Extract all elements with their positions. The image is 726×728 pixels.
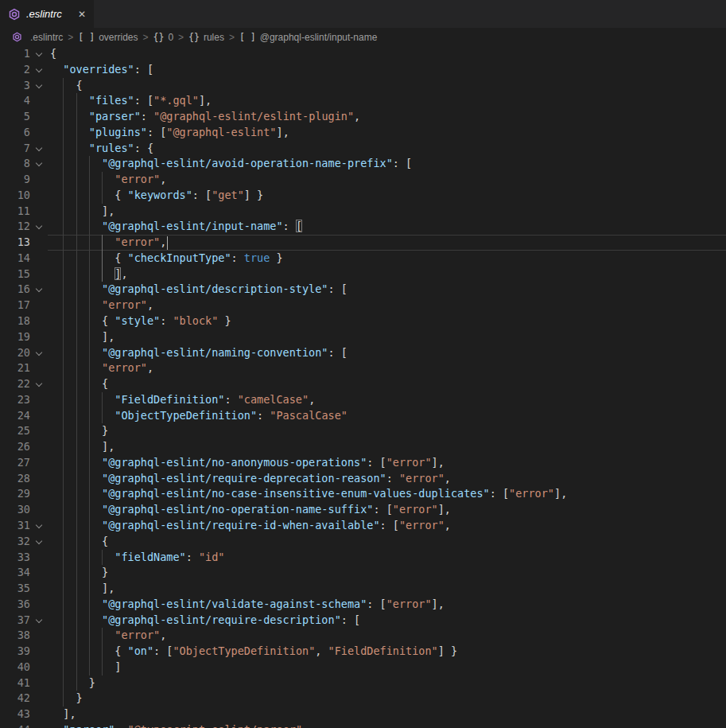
code-editor[interactable]: 1{2 "overrides": [3 {4 "files": ["*.gql"… <box>0 46 726 728</box>
code-line-19[interactable]: 19 ], <box>0 329 726 345</box>
line-number: 43 <box>0 707 30 722</box>
code-line-4[interactable]: 4 "files": ["*.gql"], <box>0 93 726 109</box>
line-number: 21 <box>0 360 30 376</box>
line-number: 16 <box>0 282 30 298</box>
code-line-34[interactable]: 34 } <box>0 565 726 581</box>
code-line-3[interactable]: 3 { <box>0 78 726 94</box>
breadcrumb-item-rules[interactable]: {}rules <box>188 32 224 43</box>
code-line-37[interactable]: 37 "@graphql-eslint/require-description"… <box>0 613 726 629</box>
line-number: 9 <box>0 172 30 188</box>
line-number: 31 <box>0 518 30 534</box>
code-line-36[interactable]: 36 "@graphql-eslint/validate-against-sch… <box>0 597 726 613</box>
fold-chevron-down-icon[interactable] <box>35 46 46 62</box>
symbol-array-icon: [ ] <box>78 32 95 43</box>
breadcrumb-item-0[interactable]: {}0 <box>153 32 174 43</box>
fold-chevron-down-icon[interactable] <box>35 141 46 157</box>
code-text: "error", <box>50 628 166 644</box>
fold-chevron-down-icon[interactable] <box>35 282 46 298</box>
code-line-6[interactable]: 6 "plugins": ["@graphql-eslint"], <box>0 125 726 141</box>
line-number: 41 <box>0 675 30 691</box>
tab-close-button[interactable]: ✕ <box>78 10 86 19</box>
code-text: { "keywords": ["get"] } <box>50 188 263 204</box>
code-line-25[interactable]: 25 } <box>0 423 726 439</box>
code-line-30[interactable]: 30 "@graphql-eslint/no-operation-name-su… <box>0 502 726 518</box>
fold-chevron-down-icon[interactable] <box>35 62 46 78</box>
bracket-match: [ <box>296 220 302 232</box>
line-number: 35 <box>0 581 30 597</box>
text-cursor <box>167 236 169 250</box>
code-line-41[interactable]: 41 } <box>0 675 726 691</box>
code-line-21[interactable]: 21 "error", <box>0 360 726 376</box>
code-line-1[interactable]: 1{ <box>0 46 726 62</box>
code-line-11[interactable]: 11 ], <box>0 204 726 220</box>
code-line-26[interactable]: 26 ], <box>0 439 726 455</box>
code-line-38[interactable]: 38 "error", <box>0 628 726 644</box>
line-number: 13 <box>0 235 30 251</box>
line-number: 25 <box>0 423 30 439</box>
line-number: 3 <box>0 78 30 94</box>
tab-eslintrc[interactable]: .eslintrc ✕ <box>0 0 94 28</box>
code-line-18[interactable]: 18 { "style": "block" } <box>0 313 726 329</box>
code-line-40[interactable]: 40 ] <box>0 660 726 675</box>
code-line-12[interactable]: 12 "@graphql-eslint/input-name": [ <box>0 219 726 235</box>
code-line-17[interactable]: 17 "error", <box>0 298 726 313</box>
code-line-7[interactable]: 7 "rules": { <box>0 141 726 157</box>
code-line-35[interactable]: 35 ], <box>0 581 726 597</box>
code-line-15[interactable]: 15 ], <box>0 267 726 282</box>
code-line-28[interactable]: 28 "@graphql-eslint/require-deprecation-… <box>0 471 726 487</box>
line-number: 39 <box>0 644 30 660</box>
code-line-33[interactable]: 33 "fieldName": "id" <box>0 550 726 566</box>
code-text: "@graphql-eslint/no-case-insensitive-enu… <box>50 486 567 502</box>
breadcrumb-item--graphql-eslint-input-name[interactable]: [ ]@graphql-eslint/input-name <box>239 32 377 43</box>
fold-chevron-down-icon[interactable] <box>35 78 46 94</box>
code-text: "@graphql-eslint/require-id-when-availab… <box>50 518 451 534</box>
code-line-8[interactable]: 8 "@graphql-eslint/avoid-operation-name-… <box>0 156 726 172</box>
code-text: "plugins": ["@graphql-eslint"], <box>50 125 289 141</box>
code-text: "FieldDefinition": "camelCase", <box>50 392 315 408</box>
fold-chevron-down-icon[interactable] <box>35 345 46 361</box>
code-line-22[interactable]: 22 { <box>0 376 726 392</box>
line-number: 38 <box>0 628 30 644</box>
code-line-9[interactable]: 9 "error", <box>0 172 726 188</box>
code-text: ], <box>50 329 115 345</box>
breadcrumb-item-overrides[interactable]: [ ]overrides <box>78 32 138 43</box>
tab-bar: .eslintrc ✕ <box>0 0 726 28</box>
code-line-24[interactable]: 24 "ObjectTypeDefinition": "PascalCase" <box>0 408 726 424</box>
code-line-2[interactable]: 2 "overrides": [ <box>0 62 726 78</box>
code-line-14[interactable]: 14 { "checkInputType": true } <box>0 251 726 267</box>
code-line-42[interactable]: 42 } <box>0 691 726 707</box>
fold-chevron-down-icon[interactable] <box>35 219 46 235</box>
line-number: 12 <box>0 219 30 235</box>
code-line-5[interactable]: 5 "parser": "@graphql-eslint/eslint-plug… <box>0 109 726 125</box>
code-line-20[interactable]: 20 "@graphql-eslint/naming-convention": … <box>0 345 726 361</box>
line-number: 34 <box>0 565 30 581</box>
code-line-39[interactable]: 39 { "on": ["ObjectTypeDefinition", "Fie… <box>0 644 726 660</box>
code-line-10[interactable]: 10 { "keywords": ["get"] } <box>0 188 726 204</box>
code-line-31[interactable]: 31 "@graphql-eslint/require-id-when-avai… <box>0 518 726 534</box>
breadcrumb-item--eslintrc[interactable]: .eslintrc <box>12 32 63 43</box>
code-text: "ObjectTypeDefinition": "PascalCase" <box>50 408 347 424</box>
code-line-29[interactable]: 29 "@graphql-eslint/no-case-insensitive-… <box>0 486 726 502</box>
eslint-icon <box>8 8 21 21</box>
code-text: ], <box>50 439 115 455</box>
code-line-44[interactable]: 44 "parser": "@typescript-eslint/parser" <box>0 722 726 728</box>
breadcrumb-label: @graphql-eslint/input-name <box>260 32 378 43</box>
line-number: 37 <box>0 613 30 629</box>
code-text: { "checkInputType": true } <box>50 251 283 267</box>
line-number: 32 <box>0 534 30 550</box>
code-line-43[interactable]: 43 ], <box>0 707 726 722</box>
code-line-16[interactable]: 16 "@graphql-eslint/description-style": … <box>0 282 726 298</box>
code-line-27[interactable]: 27 "@graphql-eslint/no-anonymous-operati… <box>0 455 726 471</box>
line-number: 44 <box>0 722 30 728</box>
code-line-13[interactable]: 13 "error", <box>0 235 726 251</box>
fold-chevron-down-icon[interactable] <box>35 376 46 392</box>
code-text: "@graphql-eslint/avoid-operation-name-pr… <box>50 156 412 172</box>
code-line-23[interactable]: 23 "FieldDefinition": "camelCase", <box>0 392 726 408</box>
code-line-32[interactable]: 32 { <box>0 534 726 550</box>
code-text: "@graphql-eslint/naming-convention": [ <box>50 345 347 361</box>
fold-chevron-down-icon[interactable] <box>35 613 46 629</box>
fold-chevron-down-icon[interactable] <box>35 156 46 172</box>
fold-chevron-down-icon[interactable] <box>35 518 46 534</box>
fold-chevron-down-icon[interactable] <box>35 534 46 550</box>
symbol-array-icon: [ ] <box>239 32 256 43</box>
